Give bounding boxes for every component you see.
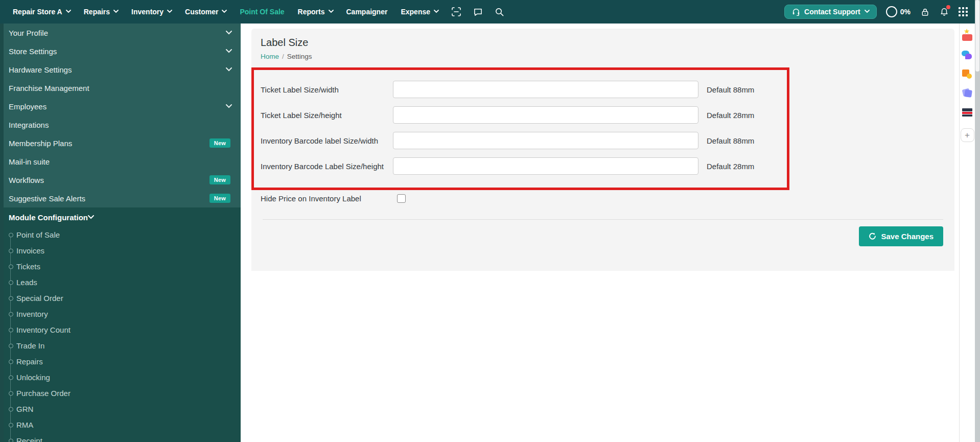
- contact-support-button[interactable]: Contact Support: [784, 5, 877, 19]
- barcode-scan-icon[interactable]: [451, 7, 461, 17]
- setup-progress-indicator[interactable]: 0%: [886, 6, 911, 17]
- subitem-rma[interactable]: RMA: [0, 417, 241, 433]
- subitem-label: Purchase Order: [16, 389, 71, 398]
- module-configuration-label: Module Configuration: [9, 213, 88, 222]
- add-extension-button[interactable]: +: [961, 128, 974, 142]
- chat-bubbles-icon[interactable]: [962, 50, 973, 61]
- subitem-trade-in[interactable]: Trade In: [0, 338, 241, 354]
- sidebar-item-your-profile[interactable]: Your Profile: [0, 24, 241, 42]
- sidebar-item-employees[interactable]: Employees: [0, 97, 241, 115]
- hide-price-checkbox[interactable]: [397, 194, 406, 203]
- subitem-special-order[interactable]: Special Order: [0, 290, 241, 306]
- chevron-down-icon: [226, 67, 230, 72]
- sidebar-item-membership-plans[interactable]: Membership Plans New: [0, 134, 241, 152]
- subitem-label: RMA: [16, 421, 33, 429]
- subitem-inventory[interactable]: Inventory: [0, 306, 241, 322]
- refresh-icon: [869, 232, 876, 240]
- subitem-purchase-order[interactable]: Purchase Order: [0, 385, 241, 401]
- page-title: Label Size: [261, 37, 942, 49]
- nav-reports[interactable]: Reports: [291, 8, 340, 16]
- nav-inventory[interactable]: Inventory: [125, 8, 178, 16]
- nav-repairs[interactable]: Repairs: [77, 8, 125, 16]
- chevron-down-icon: [222, 10, 226, 14]
- sidebar-item-label: Membership Plans: [9, 139, 209, 148]
- stack-icon[interactable]: [962, 106, 973, 118]
- settings-sidebar: Your Profile Store Settings Hardware Set…: [0, 24, 241, 442]
- hide-price-row: Hide Price on Inventory Label: [251, 194, 954, 203]
- subitem-invoices[interactable]: Invoices: [0, 243, 241, 259]
- field-label: Ticket Label Size/height: [254, 111, 393, 120]
- notifications-bell-icon[interactable]: [939, 7, 949, 17]
- subitem-label: Leads: [16, 278, 37, 287]
- nav-expense[interactable]: Expense: [394, 8, 445, 16]
- lock-icon[interactable]: [920, 7, 930, 17]
- ticket-label-width-input[interactable]: [393, 81, 698, 98]
- violet-cards-icon[interactable]: [962, 87, 973, 99]
- topbar-icon-group: [451, 7, 504, 17]
- save-section: Save Changes: [263, 219, 943, 246]
- apps-grid-icon[interactable]: [959, 7, 968, 16]
- sidebar-item-integrations[interactable]: Integrations: [0, 115, 241, 134]
- subitem-tickets[interactable]: Tickets: [0, 259, 241, 274]
- breadcrumb-current: Settings: [287, 53, 312, 60]
- subitem-inventory-count[interactable]: Inventory Count: [0, 322, 241, 338]
- sidebar-item-hardware-settings[interactable]: Hardware Settings: [0, 60, 241, 79]
- new-badge: New: [209, 138, 230, 148]
- nav-customer-label: Customer: [185, 8, 218, 16]
- search-icon[interactable]: [494, 7, 504, 17]
- contact-support-label: Contact Support: [804, 8, 860, 16]
- progress-value: 0%: [900, 8, 911, 16]
- ticket-label-height-input[interactable]: [393, 106, 698, 124]
- field-label: Ticket Label Size/width: [254, 85, 393, 94]
- form-row-ticket-width: Ticket Label Size/width Default 88mm: [254, 80, 787, 99]
- subitem-label: GRN: [16, 405, 33, 413]
- barcode-label-height-input[interactable]: [393, 157, 698, 175]
- field-label: Inventory Barcode Label Size/height: [254, 162, 393, 171]
- subitem-label: Inventory: [16, 310, 48, 318]
- new-badge: New: [209, 194, 230, 203]
- sidebar-item-label: Hardware Settings: [9, 65, 226, 74]
- default-hint: Default 88mm: [707, 85, 754, 94]
- scrollbar-thumb[interactable]: [975, 0, 979, 72]
- breadcrumb-home-link[interactable]: Home: [261, 53, 279, 60]
- chevron-down-icon: [113, 10, 118, 14]
- new-badge: New: [209, 175, 230, 184]
- sidebar-item-store-settings[interactable]: Store Settings: [0, 42, 241, 60]
- nav-campaigner[interactable]: Campaigner: [340, 8, 394, 16]
- subitem-repairs[interactable]: Repairs: [0, 354, 241, 369]
- chevron-down-icon: [226, 31, 230, 35]
- page-scrollbar[interactable]: [975, 0, 980, 442]
- save-changes-button[interactable]: Save Changes: [859, 226, 943, 246]
- shapes-icon[interactable]: [962, 68, 973, 80]
- sidebar-item-franchise-management[interactable]: Franchise Management: [0, 79, 241, 97]
- nav-customer[interactable]: Customer: [178, 8, 233, 16]
- subitem-leads[interactable]: Leads: [0, 274, 241, 290]
- store-selector-label: Repair Store A: [13, 8, 62, 16]
- subitem-receipt[interactable]: Receipt: [0, 433, 241, 442]
- sidebar-item-suggestive-sale-alerts[interactable]: Suggestive Sale Alerts New: [0, 189, 241, 207]
- chevron-down-icon: [88, 215, 92, 220]
- subitem-grn[interactable]: GRN: [0, 401, 241, 417]
- gift-icon[interactable]: ★: [962, 31, 973, 42]
- top-navigation-bar: Repair Store A Repairs Inventory Custome…: [0, 0, 975, 24]
- subitem-label: Repairs: [16, 357, 43, 366]
- subitem-label: Receipt: [16, 436, 42, 442]
- progress-ring-icon: [886, 6, 897, 17]
- sidebar-item-workflows[interactable]: Workflows New: [0, 171, 241, 189]
- sidebar-item-mail-in-suite[interactable]: Mail-in suite: [0, 152, 241, 171]
- barcode-label-width-input[interactable]: [393, 132, 698, 149]
- store-selector[interactable]: Repair Store A: [6, 8, 77, 16]
- chevron-down-icon: [226, 49, 230, 54]
- subitem-unlocking[interactable]: Unlocking: [0, 369, 241, 385]
- breadcrumb-separator: /: [282, 53, 284, 60]
- nav-repairs-label: Repairs: [84, 8, 110, 16]
- headset-icon: [792, 8, 800, 16]
- subitem-label: Invoices: [16, 246, 44, 255]
- main-content: Label Size Home / Settings Ticket Label …: [241, 24, 959, 442]
- notification-dot: [946, 5, 950, 9]
- default-hint: Default 88mm: [707, 136, 754, 145]
- subitem-point-of-sale[interactable]: Point of Sale: [0, 227, 241, 243]
- chat-icon[interactable]: [473, 7, 483, 17]
- nav-point-of-sale[interactable]: Point Of Sale: [233, 8, 291, 16]
- sidebar-item-module-configuration[interactable]: Module Configuration: [0, 207, 241, 227]
